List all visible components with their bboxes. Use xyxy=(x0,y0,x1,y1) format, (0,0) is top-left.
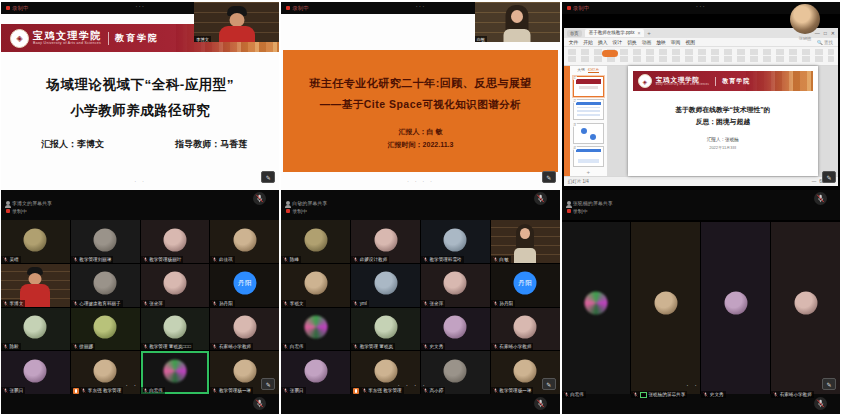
slide-advisor: 指导教师：马香莲 xyxy=(175,138,247,151)
participant-tile[interactable]: 徐丽娜 xyxy=(71,308,140,351)
annotate-button[interactable]: ✎ xyxy=(542,171,556,183)
muted-mic-icon xyxy=(493,344,498,349)
participant-avatar xyxy=(444,228,467,251)
participant-tile[interactable]: 陈峰 xyxy=(281,220,350,263)
participant-name: 吴晴 xyxy=(10,257,19,262)
mute-mic-button[interactable] xyxy=(814,397,827,410)
participant-tile[interactable]: 丹阳 孙丹阳 xyxy=(491,264,560,307)
participant-tile[interactable]: 白宏伟 xyxy=(281,308,350,351)
participant-tile[interactable]: 张鹏日 xyxy=(1,351,70,394)
participant-avatar: 丹阳 xyxy=(514,272,537,295)
participant-tile[interactable]: 史文秀 xyxy=(701,222,770,398)
drag-handle-icon[interactable]: ··· xyxy=(135,2,145,12)
person-icon xyxy=(6,201,10,205)
drag-handle-icon[interactable]: ··· xyxy=(696,2,706,12)
slide-thumbnail[interactable]: 1 xyxy=(573,76,604,97)
participant-tile[interactable]: 白宏伟 xyxy=(562,222,631,398)
wps-document-tab[interactable]: 基于教师在线教学.pptx × xyxy=(585,29,645,37)
presenter-video-thumbnail[interactable]: 白敏 xyxy=(475,2,560,42)
person-icon xyxy=(567,201,571,205)
muted-mic-icon xyxy=(633,392,638,397)
participant-tile[interactable]: 吴晴 xyxy=(1,220,70,263)
participant-tile[interactable]: 张晓楠的屏幕共享 xyxy=(631,222,700,398)
participant-name: 白敏 xyxy=(499,257,508,262)
annotate-button[interactable]: ✎ xyxy=(822,171,836,183)
slide-thumbnail[interactable]: 4 xyxy=(573,146,604,167)
ribbon-menu-item[interactable]: 开始 xyxy=(583,39,593,45)
presenter-body xyxy=(219,26,255,42)
participant-tile[interactable]: 教学管理 董晓岚□□□ xyxy=(141,308,210,351)
window-bottombar xyxy=(281,394,559,414)
participant-name: 白宏伟 xyxy=(570,392,584,397)
ribbon-menu-item[interactable]: 审阅 xyxy=(671,39,681,45)
ribbon-menu-item[interactable]: 切换 xyxy=(627,39,637,45)
ribbon-accent-button[interactable] xyxy=(602,50,618,57)
meeting-window-1: 录制中 ··· ◈ 宝鸡文理学院 Baoji University of Art… xyxy=(1,2,279,414)
participant-tile[interactable]: 教学管理刘丽琳 xyxy=(71,220,140,263)
new-tab-button[interactable]: + xyxy=(647,30,651,36)
participant-tile[interactable]: 石家峪小学教师 xyxy=(771,222,840,398)
participant-name-tag: 石家峪小学教师 xyxy=(771,391,814,398)
participant-tile[interactable]: 丹阳 孙丹阳 xyxy=(210,264,279,307)
ribbon-menu-item[interactable]: 动画 xyxy=(642,39,652,45)
mute-mic-button[interactable] xyxy=(534,397,547,410)
participant-tile[interactable]: 心理健康教育韩丽子 xyxy=(71,264,140,307)
participant-tile[interactable]: 石家峪小学教师 xyxy=(491,308,560,351)
participant-name-tag: 孙丹阳 xyxy=(210,300,234,307)
tab-close-icon[interactable]: × xyxy=(637,29,640,37)
participant-tile[interactable]: 石家峪小学教师 xyxy=(210,308,279,351)
annotate-button[interactable]: ✎ xyxy=(542,378,556,390)
drag-handle-icon[interactable]: ··· xyxy=(415,2,425,12)
participant-name-tag: 陈毅 xyxy=(1,343,21,350)
mute-mic-button[interactable] xyxy=(534,192,547,205)
participant-tile[interactable]: 张金萍 xyxy=(421,264,490,307)
recording-label: 录制中 xyxy=(292,5,309,12)
participant-avatar xyxy=(374,316,397,339)
participant-tile[interactable]: yml xyxy=(351,264,420,307)
participant-avatar xyxy=(24,316,47,339)
add-slide-button[interactable]: + xyxy=(570,169,607,175)
presenter-avatar xyxy=(790,4,820,34)
university-name: 宝鸡文理学院 xyxy=(656,76,709,83)
muted-mic-icon xyxy=(212,344,217,349)
participant-avatar xyxy=(444,359,467,382)
annotate-button[interactable]: ✎ xyxy=(822,378,836,390)
participant-tile[interactable]: 教学管理 董晓岚 xyxy=(351,308,420,351)
participant-tile[interactable]: 陈毅 xyxy=(1,308,70,351)
university-name: 宝鸡文理学院 xyxy=(33,31,102,41)
participant-tile[interactable]: 张金萍 xyxy=(141,264,210,307)
slide-thumbnail[interactable]: 2 xyxy=(573,99,604,120)
ribbon-menu-item[interactable]: 视图 xyxy=(685,39,695,45)
presenter-video-thumbnail[interactable]: 张晓楠 xyxy=(774,2,836,48)
mute-mic-button[interactable] xyxy=(253,397,266,410)
participant-tile[interactable]: 薛佳琪 xyxy=(210,220,279,263)
participant-tile[interactable]: 张鹏日 xyxy=(281,351,350,394)
participant-tile[interactable]: 高小婷 xyxy=(421,351,490,394)
muted-mic-icon xyxy=(3,257,8,262)
wps-home-tab[interactable]: 首页 xyxy=(567,30,582,37)
participant-tile[interactable]: 白宏伟 xyxy=(141,351,210,394)
ribbon-menu-item[interactable]: 文件 xyxy=(569,39,579,45)
participant-name-tag: 史文秀 xyxy=(701,391,725,398)
ribbon-menu-item[interactable]: 放映 xyxy=(656,39,666,45)
ribbon-menu-item[interactable]: 插入 xyxy=(598,39,608,45)
zoom-out-button[interactable]: — xyxy=(812,179,817,184)
participant-tile[interactable]: 白敏 xyxy=(491,220,560,263)
mute-mic-button[interactable] xyxy=(814,192,827,205)
participant-tile[interactable]: 教学管理韩雪玲 xyxy=(421,220,490,263)
annotate-button[interactable]: ✎ xyxy=(261,378,275,390)
participant-avatar xyxy=(374,359,397,382)
participant-tile[interactable]: 李晓文 xyxy=(281,264,350,307)
participant-tile[interactable]: 史文秀 xyxy=(421,308,490,351)
participant-tile[interactable]: 薛媛设计教师 xyxy=(351,220,420,263)
participant-name: 李晓文 xyxy=(290,301,304,306)
participant-name: yml xyxy=(360,301,367,306)
participant-tile[interactable]: 李博文 xyxy=(1,264,70,307)
ribbon-menu-item[interactable]: 设计 xyxy=(612,39,622,45)
muted-mic-icon xyxy=(73,301,78,306)
annotate-button[interactable]: ✎ xyxy=(261,171,275,183)
participant-name: 张金萍 xyxy=(149,301,163,306)
presenter-video-thumbnail[interactable]: 李博文 xyxy=(194,2,279,42)
slide-thumbnail[interactable]: 3 xyxy=(573,123,604,144)
participant-tile[interactable]: 教学管理杨丽叶 xyxy=(141,220,210,263)
